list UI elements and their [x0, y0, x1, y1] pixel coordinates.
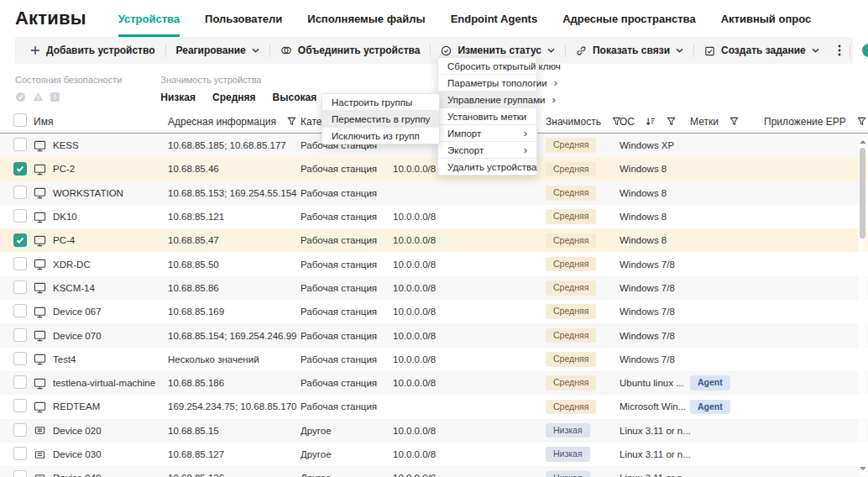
filter-icon[interactable]	[667, 117, 676, 126]
column-header-os[interactable]: ОС	[620, 116, 690, 128]
row-checkbox[interactable]	[13, 399, 27, 412]
importance-badge: Низкая	[546, 423, 590, 438]
address-cell: 10.68.85.86	[168, 283, 301, 293]
row-checkbox[interactable]	[13, 257, 27, 270]
tab-devices[interactable]: Устройства	[118, 0, 180, 37]
vertical-scrollbar[interactable]	[858, 135, 867, 475]
scrollbar-thumb[interactable]	[860, 148, 865, 238]
table-row[interactable]: REDTEAM169.254.234.75; 10.68.85.170Рабоч…	[0, 395, 868, 418]
row-checkbox[interactable]	[13, 423, 27, 437]
column-header-labels[interactable]: Метки	[690, 116, 764, 128]
category-cell: Рабочая станция	[301, 212, 393, 222]
row-checkbox[interactable]	[13, 304, 27, 317]
menu-item-import[interactable]: Импорт›	[438, 124, 536, 141]
tab-active-poll[interactable]: Активный опрос	[721, 0, 812, 37]
column-label-name: Имя	[34, 116, 53, 128]
importance-badge: Средняя	[546, 186, 596, 201]
table-row[interactable]: KSCM-1410.68.85.86Рабочая станция10.0.0.…	[0, 276, 868, 300]
row-checkbox[interactable]	[13, 375, 27, 389]
response-button[interactable]: Реагирование	[166, 37, 269, 64]
show-links-button[interactable]: Показать связи	[566, 37, 693, 64]
more-actions-button[interactable]	[829, 37, 850, 64]
merge-devices-button[interactable]: Объединить устройства	[270, 37, 431, 64]
labels-cell: Agent	[690, 400, 764, 415]
tab-users[interactable]: Пользователи	[205, 0, 282, 37]
menu-item-label: Удалить устройства	[447, 162, 536, 172]
importance-cell: Средняя	[546, 328, 620, 343]
tab-executables[interactable]: Исполняемые файлы	[307, 0, 425, 37]
column-header-name[interactable]: Имя	[34, 116, 168, 128]
table-row[interactable]: Device 06710.68.85.169Рабочая станция10.…	[0, 300, 868, 323]
table-row[interactable]: PC-210.68.85.46Рабочая станция10.0.0.0/8…	[0, 157, 868, 181]
labels-cell: Agent	[690, 375, 764, 391]
menu-item-reset-public-key[interactable]: Сбросить открытый ключ	[438, 58, 536, 74]
refresh-toggle[interactable]	[862, 44, 868, 57]
row-checkbox[interactable]	[13, 162, 27, 176]
os-cell: Linux 3.11 or n...	[620, 473, 690, 477]
menu-item-export[interactable]: Экспорт›	[438, 141, 536, 158]
row-checkbox[interactable]	[13, 138, 27, 151]
submenu-item-move-to-group[interactable]: Переместить в группу	[322, 110, 439, 127]
sort-icon[interactable]	[646, 117, 656, 127]
add-device-button[interactable]: Добавить устройство	[20, 37, 165, 64]
table-row[interactable]: Device 07010.68.85.154; 169.254.246.99Ра…	[0, 323, 868, 347]
filter-icon[interactable]	[857, 117, 866, 126]
workstation-icon	[34, 329, 46, 342]
table-row[interactable]: DK1010.68.85.121Рабочая станция10.0.0.0/…	[0, 205, 868, 228]
table-row[interactable]: testlena-virtual-machine10.68.85.186Рабо…	[0, 371, 868, 395]
row-checkbox[interactable]	[13, 470, 27, 477]
table-row[interactable]: Device 04910.68.85.136Другое10.0.0.0/8Ни…	[0, 466, 868, 477]
show-links-label: Показать связи	[593, 45, 670, 56]
add-device-label: Добавить устройство	[46, 45, 155, 56]
scroll-down-icon[interactable]	[860, 467, 866, 474]
tab-endpoint-agents[interactable]: Endpoint Agents	[451, 0, 538, 37]
filter-icon[interactable]	[729, 117, 739, 126]
context-menu: Сбросить открытый ключПараметры топологи…	[437, 57, 537, 176]
menu-item-group-management[interactable]: Управление группами›	[438, 91, 536, 107]
row-checkbox[interactable]	[13, 447, 27, 460]
importance-filter-low[interactable]: Низкая	[160, 92, 196, 103]
menu-item-topology-params[interactable]: Параметры топологии›	[438, 74, 536, 91]
security-state-critical-icon[interactable]	[50, 92, 60, 102]
name-cell: KSCM-14	[34, 281, 168, 294]
tab-address-spaces[interactable]: Адресные пространства	[562, 0, 696, 37]
security-state-warning-icon[interactable]	[33, 92, 44, 102]
column-header-epp[interactable]: Приложение EPP	[764, 116, 868, 128]
row-checkbox[interactable]	[13, 280, 27, 294]
submenu-item-exclude-from-groups[interactable]: Исключить из групп	[322, 127, 439, 144]
row-checkbox[interactable]	[13, 186, 27, 199]
importance-filter-medium[interactable]: Средняя	[212, 92, 256, 103]
security-state-ok-icon[interactable]	[15, 92, 26, 102]
select-all-checkbox[interactable]	[13, 113, 27, 127]
table-row[interactable]: Test4Несколько значенийРабочая станция10…	[0, 348, 868, 371]
filter-icon[interactable]	[287, 117, 296, 126]
submenu-item-configure-groups[interactable]: Настроить группы	[322, 94, 439, 110]
scroll-up-icon[interactable]	[860, 137, 866, 144]
column-header-importance[interactable]: Значимость	[546, 116, 620, 128]
menu-item-delete-devices[interactable]: Удалить устройства	[438, 158, 536, 175]
category-cell: Рабочая станция	[301, 259, 393, 270]
menu-item-label: Управление группами	[447, 95, 546, 105]
row-checkbox[interactable]	[13, 209, 27, 223]
create-task-button[interactable]: Создать задание	[694, 37, 829, 64]
row-checkbox[interactable]	[13, 352, 27, 365]
table-row[interactable]: PC-410.68.85.47Рабочая станция10.0.0.0/8…	[0, 228, 868, 252]
table-row[interactable]: Device 03010.68.85.127Другое10.0.0.0/8Ни…	[0, 443, 868, 466]
table-row[interactable]: XDR-DC10.68.85.50Рабочая станция10.0.0.0…	[0, 252, 868, 275]
security-states-group: Состояния безопасности	[15, 75, 122, 110]
device-name: DK10	[53, 212, 77, 222]
column-header-address[interactable]: Адресная информация	[168, 116, 301, 128]
table-row[interactable]: Device 02010.68.85.15Другое10.0.0.0/8Низ…	[0, 419, 868, 443]
submenu-item-label: Настроить группы	[332, 97, 412, 107]
workstation-icon	[34, 139, 46, 152]
menu-item-set-labels[interactable]: Установить метки	[438, 107, 536, 124]
importance-cell: Средняя	[546, 280, 620, 296]
importance-badge: Средняя	[546, 233, 596, 249]
row-checkbox[interactable]	[13, 233, 27, 247]
importance-badge: Средняя	[546, 209, 596, 224]
merge-devices-label: Объединить устройства	[298, 45, 421, 56]
row-checkbox[interactable]	[13, 328, 27, 342]
row-check-cell	[0, 470, 34, 477]
table-row[interactable]: WORKSTATION10.68.85.153; 169.254.55.154Р…	[0, 181, 868, 205]
importance-filter-high[interactable]: Высокая	[273, 92, 317, 103]
